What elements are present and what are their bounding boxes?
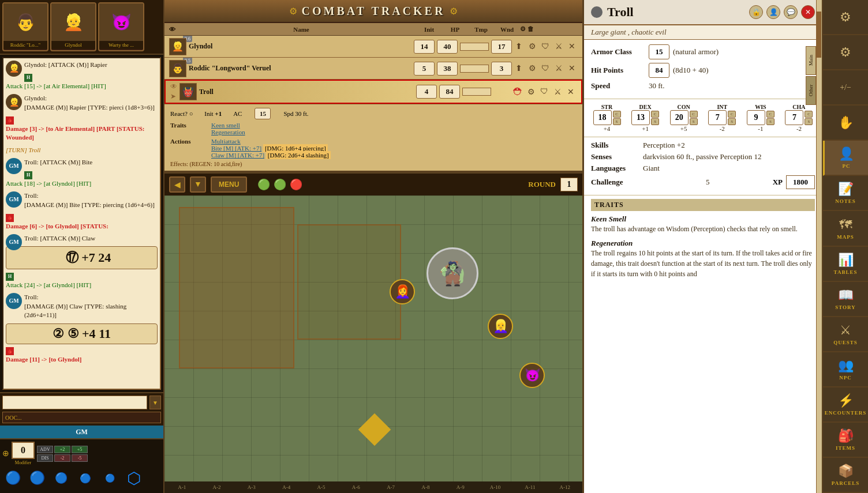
wis-c-btn[interactable]: C bbox=[766, 111, 775, 118]
shield-icon-glyndol[interactable]: 🛡 bbox=[540, 41, 551, 52]
gear-icon-troll[interactable]: ⚙ bbox=[525, 86, 537, 97]
x-icon-glyndol[interactable]: ✕ bbox=[566, 41, 578, 52]
gear-icon-roddic[interactable]: ⚙ bbox=[526, 63, 538, 74]
helmet-icon-troll[interactable]: ⛑ bbox=[513, 86, 523, 98]
gear-icon-glyndol[interactable]: ⚙ bbox=[526, 41, 538, 52]
action-claw[interactable]: Claw [M] [ATK: +7] [DMG: 2d6+4 slashing] bbox=[211, 152, 331, 159]
d20-2[interactable]: 🔵 bbox=[27, 468, 47, 488]
init-troll[interactable]: 4 bbox=[416, 85, 437, 99]
con-value[interactable]: 20 bbox=[670, 110, 689, 125]
chat-input[interactable] bbox=[2, 396, 147, 409]
d20-1[interactable]: 🔵 bbox=[2, 468, 23, 488]
init-glyndol[interactable]: 14 bbox=[414, 40, 435, 54]
hit-points-value[interactable]: 84 bbox=[649, 63, 669, 78]
map-token-troll[interactable]: 🧌 bbox=[426, 247, 478, 299]
chat-entry-turn: [TURN] Troll bbox=[6, 146, 158, 155]
str-s-btn[interactable]: S bbox=[613, 118, 621, 125]
int-s-btn[interactable]: S bbox=[728, 118, 736, 125]
portrait-warty[interactable]: 😈 Warty the ... bbox=[98, 2, 144, 51]
plus5-btn[interactable]: +5 bbox=[72, 446, 88, 453]
menu-button[interactable]: MENU bbox=[211, 176, 247, 193]
wis-value[interactable]: 9 bbox=[747, 110, 765, 125]
cha-c-btn[interactable]: C bbox=[805, 111, 813, 118]
person-icon[interactable]: 👤 bbox=[766, 5, 780, 19]
sword-icon-glyndol[interactable]: ⚔ bbox=[553, 41, 564, 52]
close-panel-btn[interactable]: ✕ bbox=[801, 5, 815, 19]
troll-arrow-icon[interactable]: ➤ bbox=[170, 92, 177, 101]
trait-regeneration[interactable]: Regeneration bbox=[211, 129, 245, 136]
prev-nav-btn[interactable]: ◀ bbox=[169, 176, 185, 193]
int-c-btn[interactable]: C bbox=[728, 111, 736, 118]
chat-log[interactable]: 👱 Glyndol: [ATTACK (M)] Rapier H Attack … bbox=[2, 57, 161, 390]
right-btn-notes[interactable]: 📝 NOTES bbox=[823, 176, 868, 211]
scroll-indicator[interactable] bbox=[816, 0, 822, 493]
right-btn-parcels[interactable]: 📦 PARCELS bbox=[823, 458, 868, 493]
shield-icon-troll[interactable]: 🛡 bbox=[538, 86, 550, 97]
combatant-row-roddic[interactable]: 0.5 👨 Roddic "Longword" Veruel 5 38 3 ⬆ … bbox=[164, 58, 582, 80]
portrait-roddic[interactable]: 👨 Roddic "Lo..." bbox=[2, 2, 48, 51]
add-dice-btn[interactable]: ⊕ bbox=[2, 449, 9, 458]
hp-roddic[interactable]: 38 bbox=[437, 62, 458, 76]
lock-icon[interactable]: 🔒 bbox=[749, 5, 763, 19]
d20-6[interactable]: ⬡ bbox=[124, 468, 144, 488]
chat-dropdown-btn[interactable]: ▼ bbox=[149, 396, 161, 409]
plus2-btn[interactable]: +2 bbox=[54, 446, 70, 453]
d20-3[interactable]: 🔵 bbox=[51, 468, 72, 488]
wnd-glyndol[interactable]: 17 bbox=[491, 40, 512, 54]
cha-s-btn[interactable]: S bbox=[805, 118, 813, 125]
hp-troll[interactable]: 84 bbox=[439, 85, 460, 99]
dex-value[interactable]: 13 bbox=[631, 110, 650, 125]
speech-icon[interactable]: 💬 bbox=[784, 5, 798, 19]
str-c-btn[interactable]: C bbox=[613, 111, 621, 118]
map-token-hero1[interactable]: 👩‍🦰 bbox=[390, 279, 415, 304]
minus2-btn[interactable]: -2 bbox=[54, 454, 70, 462]
right-btn-npc[interactable]: 👥 NPC bbox=[823, 352, 868, 387]
d20-4[interactable]: 🔵 bbox=[75, 468, 96, 488]
sword-icon-troll[interactable]: ⚔ bbox=[552, 86, 563, 97]
int-value[interactable]: 7 bbox=[708, 110, 727, 125]
map-token-hero3[interactable]: 😈 bbox=[519, 363, 545, 388]
minus5-btn[interactable]: -5 bbox=[72, 454, 88, 462]
x-icon-troll[interactable]: ✕ bbox=[565, 86, 577, 97]
right-btn-tables[interactable]: 📊 TABLES bbox=[823, 247, 868, 282]
battle-map[interactable]: 🧌 👩‍🦰 👱‍♀️ 😈 A-1 A-2 A-3 A-4 bbox=[164, 195, 582, 493]
con-s-btn[interactable]: S bbox=[690, 118, 698, 125]
portrait-glyndol-img: 👱 bbox=[51, 3, 95, 41]
dex-c-btn[interactable]: C bbox=[651, 111, 659, 118]
right-btn-pc[interactable]: 👤 PC bbox=[823, 141, 868, 176]
x-icon-roddic[interactable]: ✕ bbox=[566, 63, 578, 74]
trait-keen-smell[interactable]: Keen smell bbox=[211, 122, 245, 129]
up-icon-roddic[interactable]: ⬆ bbox=[513, 63, 525, 74]
right-btn-plusminus[interactable]: +/− bbox=[823, 70, 868, 106]
str-value[interactable]: 18 bbox=[593, 110, 612, 125]
tab-other[interactable]: Other bbox=[806, 76, 816, 105]
shield-icon-roddic[interactable]: 🛡 bbox=[540, 63, 551, 74]
hp-glyndol[interactable]: 40 bbox=[437, 40, 458, 54]
right-btn-encounters[interactable]: ⚡ ENCOUNTERS bbox=[823, 387, 868, 423]
right-btn-story[interactable]: 📖 STORY bbox=[823, 282, 868, 317]
right-btn-maps[interactable]: 🗺 MAPS bbox=[823, 211, 868, 246]
map-token-hero2[interactable]: 👱‍♀️ bbox=[488, 314, 513, 339]
right-btn-hand[interactable]: ✋ bbox=[823, 106, 868, 141]
troll-eye-icon[interactable]: 👁 bbox=[170, 82, 177, 91]
right-btn-items[interactable]: 🎒 ITEMS bbox=[823, 423, 868, 458]
portrait-glyndol[interactable]: 👱 Glyndol bbox=[50, 2, 96, 51]
wis-s-btn[interactable]: S bbox=[766, 118, 775, 125]
troll-detail-row-2: Traits Keen smell Regeneration bbox=[170, 122, 577, 136]
combatant-row-troll[interactable]: 👁 ➤ 👹 Troll 4 84 ⛑ ⚙ 🛡 ⚔ ✕ bbox=[164, 80, 582, 104]
con-c-btn[interactable]: C bbox=[690, 111, 698, 118]
right-btn-quests[interactable]: ⚔ QUESTS bbox=[823, 317, 868, 352]
right-btn-settings-1[interactable]: ⚙ bbox=[823, 0, 868, 35]
armor-class-value[interactable]: 15 bbox=[649, 44, 669, 59]
down-nav-btn[interactable]: ▼ bbox=[190, 176, 206, 193]
combatant-row-glyndol[interactable]: 0.6 👱 Glyndol 14 40 17 ⬆ ⚙ 🛡 ⚔ ✕ bbox=[164, 36, 582, 58]
dex-s-btn[interactable]: S bbox=[651, 118, 659, 125]
d20-5[interactable]: 🔵 bbox=[99, 468, 120, 488]
tab-main[interactable]: Main bbox=[806, 46, 816, 75]
init-roddic[interactable]: 5 bbox=[414, 62, 435, 76]
sword-icon-roddic[interactable]: ⚔ bbox=[553, 63, 564, 74]
cha-value[interactable]: 7 bbox=[785, 110, 803, 125]
wnd-roddic[interactable]: 3 bbox=[491, 62, 512, 76]
right-btn-settings-2[interactable]: ⚙ bbox=[823, 35, 868, 70]
up-icon-glyndol[interactable]: ⬆ bbox=[513, 41, 525, 52]
